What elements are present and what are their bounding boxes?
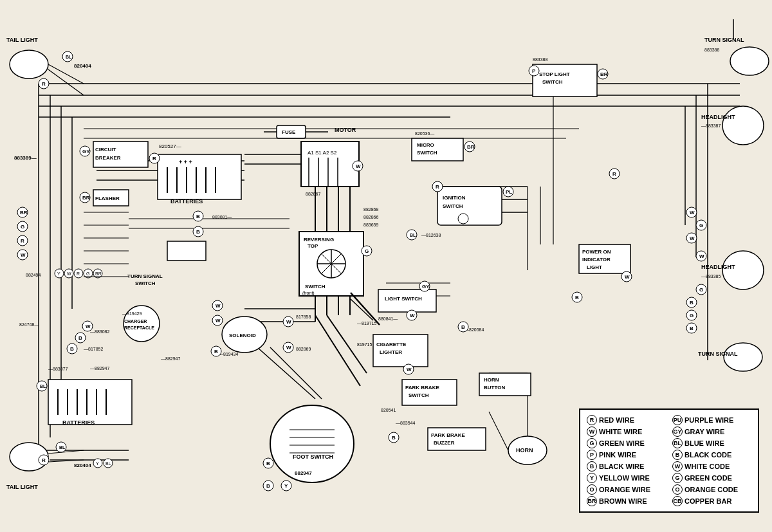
svg-text:—883544: —883544 <box>396 421 415 425</box>
red-wire-label: RED WIRE <box>599 416 634 424</box>
svg-text:G: G <box>21 224 24 230</box>
green-wire-symbol: G <box>587 438 597 448</box>
svg-text:B: B <box>78 335 82 341</box>
svg-text:TOP: TOP <box>308 243 318 249</box>
svg-text:882866: 882866 <box>363 215 378 219</box>
svg-text:GY: GY <box>422 284 430 289</box>
svg-text:820536—: 820536— <box>415 131 434 136</box>
svg-text:FUSE: FUSE <box>282 129 296 135</box>
svg-text:R: R <box>436 184 439 190</box>
legend-item-orange-wire: O ORANGE WIRE <box>587 484 666 495</box>
svg-text:819715: 819715 <box>357 342 372 347</box>
svg-text:CHARGER: CHARGER <box>124 319 147 324</box>
svg-text:Y: Y <box>96 461 99 466</box>
legend-item-black-wire: B BLACK WIRE <box>587 461 666 472</box>
brown-wire-symbol: BR <box>587 496 597 506</box>
svg-text:R: R <box>42 81 46 87</box>
svg-point-261 <box>722 106 764 145</box>
svg-text:882867: 882867 <box>306 192 320 196</box>
white-code-label: WHITE CODE <box>685 463 730 470</box>
svg-text:BUZZER: BUZZER <box>434 440 455 446</box>
svg-text:B: B <box>214 349 218 354</box>
svg-text:Y: Y <box>57 271 60 276</box>
blue-wire-label: BLUE WIRE <box>685 439 724 447</box>
black-wire-symbol: B <box>587 461 597 472</box>
svg-text:G: G <box>365 248 369 254</box>
svg-text:FOOT SWITCH: FOOT SWITCH <box>293 454 333 460</box>
svg-text:BL: BL <box>66 55 72 59</box>
svg-text:W: W <box>67 271 71 276</box>
svg-text:POWER ON: POWER ON <box>582 249 611 255</box>
svg-text:A1  S1  A2  S2: A1 S1 A2 S2 <box>308 150 337 156</box>
svg-text:SWITCH: SWITCH <box>417 150 437 156</box>
purple-wire-label: PURPLE WIRE <box>685 416 733 424</box>
svg-text:B: B <box>690 300 694 306</box>
svg-text:W: W <box>216 303 221 309</box>
svg-text:B: B <box>461 324 465 330</box>
svg-text:FLASHER: FLASHER <box>95 196 120 201</box>
svg-text:MOTOR: MOTOR <box>335 127 356 133</box>
svg-text:—817852: —817852 <box>84 347 103 351</box>
svg-text:MICRO: MICRO <box>417 142 434 148</box>
svg-text:+  +   +: + + + <box>179 159 192 165</box>
svg-text:BR: BR <box>600 71 608 77</box>
legend-item-brown: BR BROWN WIRE <box>587 496 666 506</box>
svg-rect-119 <box>167 241 206 261</box>
svg-point-281 <box>724 343 762 371</box>
legend-item-white: W WHITE WIRE <box>587 427 666 437</box>
svg-text:W: W <box>407 367 412 372</box>
svg-text:G: G <box>699 287 703 293</box>
svg-rect-190 <box>428 428 486 450</box>
svg-text:R: R <box>77 271 80 276</box>
svg-point-264 <box>722 251 764 289</box>
svg-text:883081—: 883081— <box>212 215 232 219</box>
svg-text:883389—: 883389— <box>14 155 37 161</box>
svg-rect-76 <box>301 142 359 187</box>
svg-text:G: G <box>699 223 703 228</box>
green-code-symbol: G <box>672 473 683 483</box>
svg-text:BR: BR <box>467 144 475 150</box>
svg-rect-211 <box>48 380 132 425</box>
svg-text:—883082: —883082 <box>90 329 109 334</box>
svg-text:BL: BL <box>40 384 46 389</box>
svg-text:W: W <box>86 324 91 329</box>
svg-text:RECEPTACLE: RECEPTACLE <box>124 326 154 330</box>
legend-item-copper: CB COPPER BAR <box>672 496 751 506</box>
svg-text:P: P <box>532 68 536 74</box>
svg-text:817858: 817858 <box>296 315 311 319</box>
svg-text:BR: BR <box>20 210 28 216</box>
svg-text:—819429: —819429 <box>122 311 142 316</box>
svg-text:883388: 883388 <box>533 57 547 62</box>
svg-text:SWITCH: SWITCH <box>409 392 429 398</box>
legend-item-orange-code: O ORANGE CODE <box>672 484 751 495</box>
yellow-wire-label: YELLOW WIRE <box>599 474 650 482</box>
black-code-symbol: B <box>672 450 683 460</box>
svg-text:882494: 882494 <box>26 273 41 277</box>
svg-text:820404: 820404 <box>74 63 91 69</box>
svg-text:TAIL LIGHT: TAIL LIGHT <box>6 484 38 490</box>
svg-text:BR: BR <box>95 271 102 276</box>
svg-text:—882947: —882947 <box>161 356 180 361</box>
legend-item-pink: P PINK WIRE <box>587 450 666 460</box>
svg-text:B: B <box>196 229 200 235</box>
svg-text:820404: 820404 <box>74 463 91 468</box>
orange-wire-label: ORANGE WIRE <box>599 486 650 493</box>
svg-text:W: W <box>410 313 415 318</box>
black-code-label: BLACK CODE <box>685 451 731 459</box>
legend-box: R RED WIRE PU PURPLE WIRE W WHITE WIRE G… <box>579 408 759 513</box>
legend-item-green: G GREEN WIRE <box>587 438 666 448</box>
pink-wire-label: PINK WIRE <box>599 451 636 459</box>
svg-text:BL: BL <box>59 445 66 450</box>
svg-text:HORN: HORN <box>484 377 499 383</box>
svg-text:G: G <box>86 271 89 276</box>
white-wire-symbol: W <box>587 427 597 437</box>
svg-text:INDICATOR: INDICATOR <box>582 257 611 262</box>
svg-text:TURN SIGNAL: TURN SIGNAL <box>698 351 738 357</box>
svg-text:BATTERIES: BATTERIES <box>170 198 203 205</box>
svg-text:882947: 882947 <box>295 470 312 476</box>
svg-text:SWITCH: SWITCH <box>443 203 463 209</box>
svg-text:883659: 883659 <box>363 223 378 227</box>
svg-point-94 <box>458 214 468 224</box>
svg-text:W: W <box>216 318 221 324</box>
svg-text:—882947: —882947 <box>90 366 109 371</box>
